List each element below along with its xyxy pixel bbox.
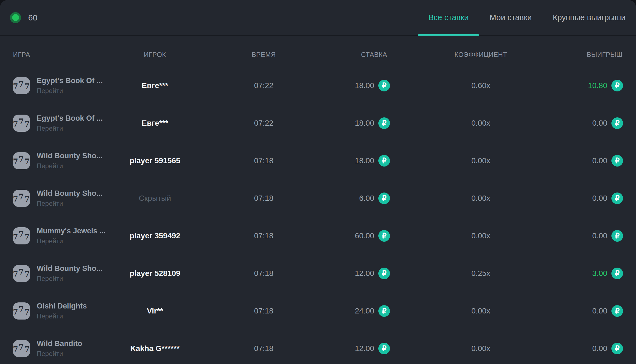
bet-time: 07:22 — [197, 119, 330, 128]
column-header-game: ИГРА — [13, 51, 112, 59]
ruble-icon: ₽ — [378, 268, 390, 279]
bet-amount: 12.00 — [355, 344, 374, 353]
coefficient: 0.60x — [390, 81, 572, 90]
live-dot-icon — [10, 12, 21, 23]
game-text: Wild Bounty Sho... Перейти — [37, 189, 102, 207]
ruble-icon: ₽ — [378, 155, 390, 167]
player-cell: Vir** — [112, 307, 197, 315]
go-to-game-link[interactable]: Перейти — [37, 125, 103, 132]
bet-amount-cell: 18.00 ₽ — [330, 117, 390, 129]
bet-amount-cell: 12.00 ₽ — [330, 343, 390, 354]
tab-all-bets[interactable]: Все ставки — [418, 0, 479, 35]
game-name[interactable]: Wild Bounty Sho... — [37, 189, 102, 198]
column-header-player: ИГРОК — [112, 51, 197, 59]
bet-time: 07:18 — [197, 231, 330, 240]
win-amount-cell: 0.00 ₽ — [572, 117, 623, 129]
game-name[interactable]: Egypt's Book Of ... — [37, 114, 103, 123]
player-cell: player 359492 — [112, 231, 197, 240]
game-name[interactable]: Wild Bounty Sho... — [37, 152, 102, 160]
game-name[interactable]: Egypt's Book Of ... — [37, 77, 103, 85]
game-name[interactable]: Wild Bounty Sho... — [37, 264, 102, 273]
coefficient: 0.00x — [390, 156, 572, 165]
win-amount-cell: 0.00 ₽ — [572, 192, 623, 204]
game-cell: 777 Wild Bounty Sho... Перейти — [13, 152, 112, 170]
column-header-win: ВЫИГРЫШ — [572, 51, 623, 59]
game-name[interactable]: Mummy's Jewels ... — [37, 227, 106, 235]
bet-amount: 60.00 — [355, 231, 374, 240]
bet-amount: 12.00 — [355, 269, 374, 278]
ruble-icon: ₽ — [378, 117, 390, 129]
live-count: 60 — [28, 13, 37, 22]
column-header-coefficient: КОЭФФИЦИЕНТ — [390, 51, 572, 59]
bet-amount: 24.00 — [355, 307, 374, 315]
win-amount: 3.00 — [592, 269, 608, 278]
game-cell: 777 Wild Bounty Sho... Перейти — [13, 189, 112, 207]
live-indicator: 60 — [10, 12, 37, 23]
table-row: 777 Oishi Delights Перейти Vir** 07:18 2… — [13, 292, 623, 330]
go-to-game-link[interactable]: Перейти — [37, 350, 82, 358]
player-name: Vir** — [147, 307, 163, 315]
slot-777-icon: 777 — [13, 302, 30, 320]
bets-table: ИГРА ИГРОК ВРЕМЯ СТАВКА КОЭФФИЦИЕНТ ВЫИГ… — [0, 36, 636, 364]
player-cell: Скрытый — [112, 194, 197, 203]
game-cell: 777 Egypt's Book Of ... Перейти — [13, 114, 112, 132]
game-name[interactable]: Oishi Delights — [37, 302, 87, 310]
live-dot-core — [12, 14, 19, 21]
slot-777-icon: 777 — [13, 190, 30, 207]
bet-time: 07:22 — [197, 81, 330, 90]
slot-777-icon: 777 — [13, 340, 30, 357]
ruble-icon: ₽ — [611, 80, 623, 91]
game-name[interactable]: Wild Bandito — [37, 339, 82, 348]
bet-amount-cell: 12.00 ₽ — [330, 268, 390, 279]
go-to-game-link[interactable]: Перейти — [37, 312, 87, 320]
table-row: 777 Egypt's Book Of ... Перейти Евге*** … — [13, 104, 623, 142]
coefficient: 0.00x — [390, 344, 572, 353]
player-cell: player 528109 — [112, 269, 197, 278]
game-cell: 777 Mummy's Jewels ... Перейти — [13, 227, 112, 245]
go-to-game-link[interactable]: Перейти — [37, 87, 103, 95]
ruble-icon: ₽ — [611, 192, 623, 204]
slot-777-icon: 777 — [13, 115, 30, 132]
go-to-game-link[interactable]: Перейти — [37, 275, 102, 283]
win-amount: 0.00 — [592, 156, 608, 165]
game-cell: 777 Wild Bandito Перейти — [13, 339, 112, 358]
win-amount: 0.00 — [592, 194, 608, 203]
table-row: 777 Wild Bandito Перейти Kakha G****** 0… — [13, 330, 623, 364]
table-row: 777 Wild Bounty Sho... Перейти player 52… — [13, 255, 623, 292]
bet-amount-cell: 18.00 ₽ — [330, 80, 390, 91]
ruble-icon: ₽ — [611, 305, 623, 317]
ruble-icon: ₽ — [611, 117, 623, 129]
go-to-game-link[interactable]: Перейти — [37, 162, 102, 170]
bet-amount-cell: 60.00 ₽ — [330, 230, 390, 242]
bet-time: 07:18 — [197, 156, 330, 165]
game-text: Wild Bounty Sho... Перейти — [37, 264, 102, 283]
win-amount: 0.00 — [592, 307, 608, 315]
tab-big-wins[interactable]: Крупные выигрыши — [542, 0, 636, 35]
ruble-icon: ₽ — [378, 305, 390, 317]
column-header-bet: СТАВКА — [330, 51, 390, 59]
table-row: 777 Wild Bounty Sho... Перейти Скрытый 0… — [13, 180, 623, 217]
game-text: Egypt's Book Of ... Перейти — [37, 77, 103, 95]
bet-amount-cell: 18.00 ₽ — [330, 155, 390, 167]
table-header-row: ИГРА ИГРОК ВРЕМЯ СТАВКА КОЭФФИЦИЕНТ ВЫИГ… — [13, 36, 623, 67]
game-cell: 777 Wild Bounty Sho... Перейти — [13, 264, 112, 283]
go-to-game-link[interactable]: Перейти — [37, 237, 106, 245]
game-text: Mummy's Jewels ... Перейти — [37, 227, 106, 245]
game-cell: 777 Oishi Delights Перейти — [13, 302, 112, 320]
slot-777-icon: 777 — [13, 77, 30, 94]
bets-tabs: Все ставки Мои ставки Крупные выигрыши — [418, 0, 636, 35]
bet-amount: 18.00 — [355, 119, 374, 128]
win-amount: 0.00 — [592, 231, 608, 240]
bet-time: 07:18 — [197, 194, 330, 203]
bet-amount: 18.00 — [355, 156, 374, 165]
column-header-time: ВРЕМЯ — [197, 51, 330, 59]
top-bar: 60 Все ставки Мои ставки Крупные выигрыш… — [0, 0, 636, 36]
slot-777-icon: 777 — [13, 227, 30, 244]
go-to-game-link[interactable]: Перейти — [37, 200, 102, 207]
tab-my-bets[interactable]: Мои ставки — [479, 0, 542, 35]
coefficient: 0.00x — [390, 194, 572, 203]
win-amount: 0.00 — [592, 344, 608, 353]
player-cell: Евге*** — [112, 119, 197, 128]
coefficient: 0.00x — [390, 119, 572, 128]
ruble-icon: ₽ — [378, 230, 390, 242]
